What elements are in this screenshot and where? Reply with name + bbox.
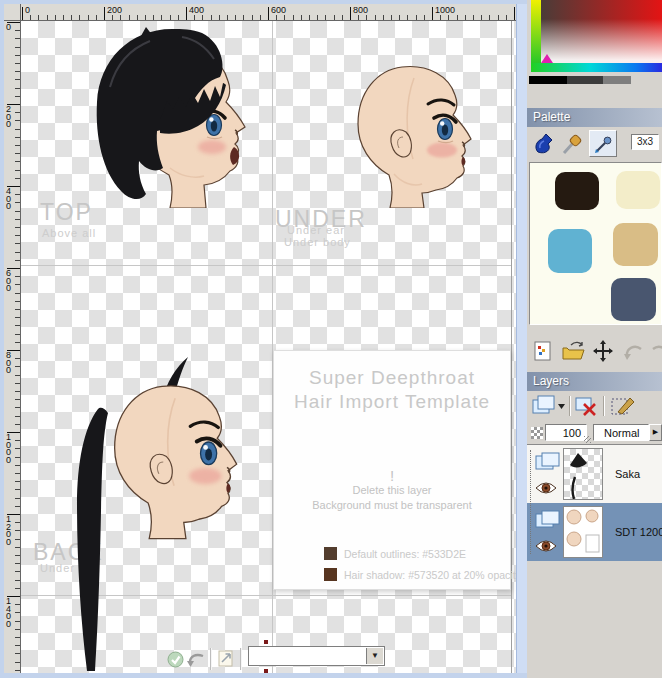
move-tool-icon[interactable] <box>593 340 613 362</box>
new-canvas-icon[interactable] <box>533 340 553 362</box>
window-frame-bottom <box>0 673 527 678</box>
template-title-line2: Hair Import Template <box>274 389 510 414</box>
ruler-label: 800 <box>6 352 14 375</box>
template-title-line1: Super Deepthroat <box>274 365 510 390</box>
palette-panel-header[interactable]: Palette <box>527 108 662 127</box>
layer-opacity-field[interactable]: 100 <box>545 424 587 441</box>
picker-marker[interactable] <box>541 54 553 63</box>
head-back-artwork <box>68 355 256 673</box>
ruler-label: 1000 <box>6 434 14 464</box>
redo-icon[interactable] <box>649 341 662 361</box>
canvas-viewport[interactable]: TOP Above all UNDER Under ear Under body… <box>21 21 516 673</box>
palette-swatch-slate-blue[interactable] <box>611 278 656 321</box>
color-picker-field[interactable] <box>541 0 662 63</box>
opacity-slider-grip[interactable] <box>584 436 591 443</box>
delete-layer-icon[interactable] <box>575 395 599 417</box>
toolbar-separator <box>569 396 570 416</box>
hue-strip-horizontal[interactable] <box>531 63 662 72</box>
layer-visibility-eye-icon[interactable] <box>535 539 557 553</box>
section-subtitle: Above all <box>42 227 96 239</box>
center-mark-top <box>264 640 268 644</box>
template-info-box: Super Deepthroat Hair Import Template ! … <box>273 350 511 590</box>
layers-panel-header[interactable]: Layers <box>527 372 662 391</box>
paint-application-window: 0 200 400 600 800 1000 0 200 400 600 800… <box>0 0 662 678</box>
template-horizontal-divider-1 <box>21 265 511 266</box>
blend-mode-select[interactable]: Normal <box>593 424 649 441</box>
palette-grid-size[interactable]: 3x3 <box>631 134 659 150</box>
legend-default-outlines: Default outlines: #533D2E <box>324 547 466 560</box>
gray-swatch[interactable] <box>529 76 567 84</box>
ruler-label: 0 <box>25 5 30 15</box>
opacity-icon <box>531 427 543 439</box>
ruler-label: 1200 <box>6 516 14 546</box>
toolbar-separator <box>210 648 211 670</box>
ruler-label: 800 <box>353 5 368 15</box>
palette-swatch-dark-brown[interactable] <box>555 172 599 210</box>
ruler-corner <box>4 4 21 21</box>
ruler-label: 200 <box>107 5 122 15</box>
swap-arrow-icon <box>187 652 205 667</box>
gray-swatch[interactable] <box>567 76 603 84</box>
layer-row-sdt[interactable]: SDT 1200 <box>527 503 662 561</box>
template-note: Delete this layer <box>274 484 510 496</box>
template-note: Background must be transparent <box>274 499 510 511</box>
layer-name: SDT 1200 <box>615 503 662 561</box>
export-page-icon <box>218 650 235 667</box>
selection-pen-icon[interactable] <box>610 394 636 418</box>
palette-swatch-cream[interactable] <box>616 171 660 209</box>
ruler-label: 400 <box>6 188 14 211</box>
ruler-label: 1000 <box>435 5 455 15</box>
section-subtitle: Under ear <box>287 224 345 236</box>
ruler-label: 1400 <box>6 598 14 628</box>
blend-mode-arrow-icon[interactable]: ▶ <box>649 424 662 441</box>
ruler-label: 600 <box>271 5 286 15</box>
paint-tube-icon[interactable] <box>532 132 556 156</box>
palette-swatch-tan[interactable] <box>613 223 658 266</box>
layer-thumbnail <box>563 448 603 500</box>
ruler-label: 200 <box>6 106 14 129</box>
screwdriver-icon[interactable] <box>561 132 585 156</box>
color-swatch <box>324 547 337 560</box>
gray-swatch[interactable] <box>603 76 631 84</box>
color-swatch <box>324 568 337 581</box>
undo-icon[interactable] <box>623 341 645 361</box>
layer-thumbnail <box>563 506 603 558</box>
vertical-ruler: 0 200 400 600 800 1000 1200 1400 <box>4 21 21 673</box>
toolbar-separator <box>603 396 604 416</box>
template-exclamation: ! <box>274 467 510 484</box>
section-subtitle: Under body <box>284 236 351 248</box>
center-mark-bottom <box>264 669 268 673</box>
canvas-vertical-scrollbar[interactable] <box>516 4 527 673</box>
chevron-down-icon[interactable]: ▼ <box>366 648 383 664</box>
layer-pages-icon <box>535 452 561 470</box>
new-layer-icon[interactable] <box>532 395 566 417</box>
hue-strip-vertical[interactable] <box>531 0 541 63</box>
head-top-artwork <box>84 23 247 208</box>
layer-pages-icon <box>535 510 561 528</box>
layer-row-saka[interactable]: Saka <box>527 445 662 504</box>
layer-list: Saka <box>527 444 662 560</box>
ponytail <box>77 408 108 671</box>
palette-canvas[interactable] <box>529 162 662 325</box>
open-folder-icon[interactable] <box>561 340 585 362</box>
palette-swatch-sky-blue[interactable] <box>548 229 592 273</box>
confirm-check-icon <box>167 651 184 668</box>
ruler-label: 600 <box>6 270 14 293</box>
layer-visibility-eye-icon[interactable] <box>535 481 557 495</box>
ruler-label: 400 <box>189 5 204 15</box>
ruler-label: 0 <box>6 24 14 32</box>
right-panel: Palette 3x3 <box>527 0 662 678</box>
head-under-artwork <box>350 62 478 208</box>
layer-list-drag-strip[interactable] <box>530 450 532 554</box>
legend-hair-shadow: Hair shadow: #573520 at 20% opacity <box>324 568 516 581</box>
eyedropper-icon[interactable] <box>589 130 617 157</box>
template-dropdown[interactable]: ▼ <box>248 646 385 666</box>
layer-name: Saka <box>615 445 640 503</box>
toolbar-separator <box>240 648 241 670</box>
horizontal-ruler: 0 200 400 600 800 1000 <box>21 4 516 21</box>
